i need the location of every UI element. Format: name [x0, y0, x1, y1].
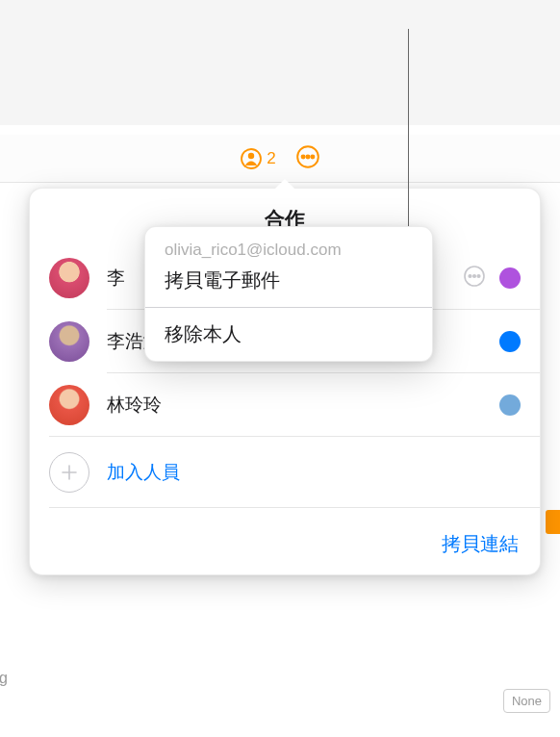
- toolbar: 2: [0, 135, 560, 183]
- copy-email-button[interactable]: 拷貝電子郵件: [145, 262, 432, 307]
- popover-footer: 拷貝連結: [30, 516, 540, 574]
- participant-more-button[interactable]: [463, 265, 486, 292]
- color-indicator: [499, 331, 521, 352]
- person-icon: [240, 147, 263, 170]
- svg-point-5: [311, 155, 314, 158]
- bg-badge-fragment: [546, 510, 560, 534]
- context-email-label: olivia_rico1@icloud.com: [145, 227, 432, 262]
- bg-text-fragment: ng: [0, 670, 8, 687]
- color-indicator: [499, 394, 521, 416]
- svg-point-8: [473, 275, 476, 278]
- color-indicator: [499, 267, 521, 289]
- avatar: [49, 321, 89, 362]
- avatar: [49, 258, 89, 298]
- svg-point-4: [306, 155, 309, 158]
- ellipsis-circle-icon: [463, 265, 486, 288]
- avatar: [49, 385, 89, 425]
- add-people-button[interactable]: 加入人員: [30, 437, 540, 508]
- participant-name: 林玲玲: [107, 393, 499, 418]
- svg-point-9: [477, 275, 480, 278]
- more-button[interactable]: [295, 144, 320, 173]
- participant-row[interactable]: 林玲玲: [30, 373, 540, 437]
- svg-point-7: [469, 275, 471, 278]
- bg-dropdown-fragment: None: [503, 689, 550, 713]
- context-menu: olivia_rico1@icloud.com 拷貝電子郵件 移除本人: [144, 226, 433, 362]
- collaboration-count: 2: [267, 149, 275, 168]
- add-people-label: 加入人員: [107, 460, 180, 485]
- collaboration-button[interactable]: 2: [240, 147, 275, 170]
- svg-point-3: [301, 155, 304, 158]
- ellipsis-circle-icon: [295, 144, 320, 169]
- copy-link-button[interactable]: 拷貝連結: [442, 531, 519, 557]
- remove-person-button[interactable]: 移除本人: [145, 308, 432, 361]
- plus-icon: [49, 452, 89, 493]
- svg-point-1: [248, 152, 254, 158]
